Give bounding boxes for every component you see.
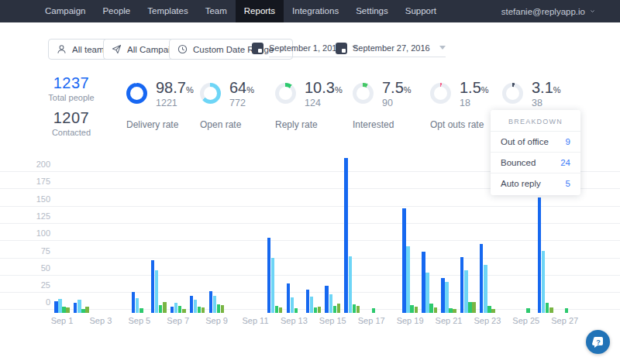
bar-dark-green-sep-2[interactable] <box>85 307 88 314</box>
bar-green-sep-25[interactable] <box>526 308 529 314</box>
x-axis-tick: Sep 9 <box>198 316 236 325</box>
bar-dark-green-sep-7[interactable] <box>182 309 185 314</box>
bar-dark-green-sep-1[interactable] <box>66 307 69 314</box>
nav-item-people[interactable]: People <box>94 0 139 22</box>
account-menu[interactable]: stefanie@replyapp.io <box>501 0 595 22</box>
bar-light-blue-sep-16[interactable] <box>349 256 352 314</box>
bar-dark-blue-sep-6[interactable] <box>151 260 154 313</box>
nav-item-integrations[interactable]: Integrations <box>284 0 347 22</box>
bar-dark-blue-sep-23[interactable] <box>480 244 483 314</box>
bar-dark-blue-sep-1[interactable] <box>54 301 57 314</box>
bar-green-sep-13[interactable] <box>294 308 298 314</box>
bar-light-blue-sep-13[interactable] <box>291 297 294 313</box>
bar-dark-blue-sep-12[interactable] <box>267 238 270 314</box>
bar-dark-blue-sep-15[interactable] <box>325 286 328 313</box>
y-axis-tick: 175 <box>0 177 50 186</box>
chevron-down-icon <box>590 9 595 14</box>
bar-dark-blue-sep-21[interactable] <box>441 278 444 313</box>
bar-dark-blue-sep-26[interactable] <box>538 197 541 314</box>
nav-item-team[interactable]: Team <box>197 0 236 22</box>
donut-hole <box>434 87 447 100</box>
bar-green-sep-8[interactable] <box>198 307 201 314</box>
bar-light-blue-sep-1[interactable] <box>58 299 61 313</box>
bar-dark-blue-sep-13[interactable] <box>287 283 290 313</box>
bar-green-sep-9[interactable] <box>217 304 220 313</box>
bar-green-sep-15[interactable] <box>333 306 336 313</box>
bar-green-sep-27[interactable] <box>565 308 568 314</box>
bar-green-sep-12[interactable] <box>275 306 278 313</box>
calendar-icon[interactable] <box>252 43 264 54</box>
bar-light-blue-sep-2[interactable] <box>78 300 81 313</box>
bar-light-blue-sep-21[interactable] <box>445 282 448 314</box>
bar-light-blue-sep-6[interactable] <box>155 270 158 314</box>
bar-green-sep-17[interactable] <box>372 308 375 314</box>
bar-dark-blue-sep-19[interactable] <box>402 208 405 313</box>
percent-sign: % <box>404 85 412 94</box>
bar-dark-green-sep-22[interactable] <box>472 302 475 313</box>
stat-values: 3.1%38 <box>532 79 561 108</box>
bar-light-blue-sep-7[interactable] <box>174 303 177 313</box>
bar-light-blue-sep-19[interactable] <box>406 246 409 313</box>
bar-dark-blue-sep-5[interactable] <box>132 292 135 313</box>
bar-dark-blue-sep-7[interactable] <box>170 307 174 314</box>
bar-green-sep-26[interactable] <box>546 303 549 313</box>
bar-light-blue-sep-12[interactable] <box>271 258 274 313</box>
bar-dark-green-sep-26[interactable] <box>549 307 553 314</box>
nav-item-reports[interactable]: Reports <box>236 0 284 22</box>
nav-item-campaign[interactable]: Campaign <box>36 0 94 22</box>
bar-dark-blue-sep-22[interactable] <box>460 257 463 314</box>
bar-dark-green-sep-23[interactable] <box>491 309 494 314</box>
bar-dark-green-sep-6[interactable] <box>163 302 166 313</box>
bar-dark-green-sep-9[interactable] <box>221 305 224 313</box>
bar-light-blue-sep-5[interactable] <box>136 298 139 313</box>
bar-green-sep-2[interactable] <box>81 309 84 314</box>
bar-dark-green-sep-16[interactable] <box>356 306 360 313</box>
percent-sign: % <box>335 85 343 94</box>
bar-light-blue-sep-26[interactable] <box>542 251 545 313</box>
bar-green-sep-22[interactable] <box>468 302 471 313</box>
bar-dark-blue-sep-16[interactable] <box>344 158 347 313</box>
bar-green-sep-19[interactable] <box>410 305 413 313</box>
bar-dark-blue-sep-2[interactable] <box>74 303 77 313</box>
bar-dark-green-sep-21[interactable] <box>453 309 456 314</box>
stat-percent: 64 <box>229 79 246 96</box>
nav-item-templates[interactable]: Templates <box>139 0 196 22</box>
bar-green-sep-7[interactable] <box>178 306 181 313</box>
bar-green-sep-23[interactable] <box>487 306 491 313</box>
bar-dark-green-sep-8[interactable] <box>202 307 205 314</box>
bar-dark-green-sep-15[interactable] <box>337 304 340 313</box>
bar-light-blue-sep-9[interactable] <box>213 296 216 314</box>
donut-hole <box>506 87 519 100</box>
bar-dark-blue-sep-8[interactable] <box>190 296 193 313</box>
bar-dark-green-sep-20[interactable] <box>434 307 437 314</box>
bar-green-sep-1[interactable] <box>62 307 65 314</box>
bar-green-sep-14[interactable] <box>314 307 317 314</box>
bar-light-blue-sep-8[interactable] <box>194 300 197 313</box>
calendar-icon[interactable] <box>336 43 347 54</box>
bar-light-blue-sep-23[interactable] <box>484 265 487 313</box>
bar-light-blue-sep-22[interactable] <box>464 270 467 314</box>
breakdown-rows: Out of office9Bounced24Auto reply5 <box>491 131 580 194</box>
bar-dark-blue-sep-20[interactable] <box>422 252 425 313</box>
bar-green-sep-21[interactable] <box>449 308 452 314</box>
date-to-input[interactable]: September 27, 2016 <box>353 40 446 57</box>
bar-green-sep-20[interactable] <box>429 304 432 313</box>
x-axis-tick: Sep 25 <box>507 316 546 325</box>
nav-item-settings[interactable]: Settings <box>347 0 397 22</box>
bar-dark-green-sep-19[interactable] <box>415 307 418 314</box>
date-from-value: September 1, 2016 <box>269 43 342 53</box>
bar-green-sep-16[interactable] <box>353 304 356 313</box>
bar-dark-blue-sep-9[interactable] <box>209 291 212 313</box>
bar-light-blue-sep-15[interactable] <box>329 294 332 314</box>
bar-green-sep-5[interactable] <box>140 308 143 314</box>
nav-items: CampaignPeopleTemplatesTeamReportsIntegr… <box>36 0 445 22</box>
bar-light-blue-sep-20[interactable] <box>425 273 429 313</box>
help-button[interactable]: ? <box>586 330 610 354</box>
bar-dark-blue-sep-14[interactable] <box>306 290 309 313</box>
donut-hole <box>279 87 292 100</box>
nav-item-support[interactable]: Support <box>397 0 445 22</box>
bar-green-sep-6[interactable] <box>159 305 162 313</box>
bar-light-blue-sep-14[interactable] <box>310 297 313 313</box>
bar-dark-green-sep-12[interactable] <box>279 307 282 314</box>
bar-dark-green-sep-14[interactable] <box>318 307 321 314</box>
